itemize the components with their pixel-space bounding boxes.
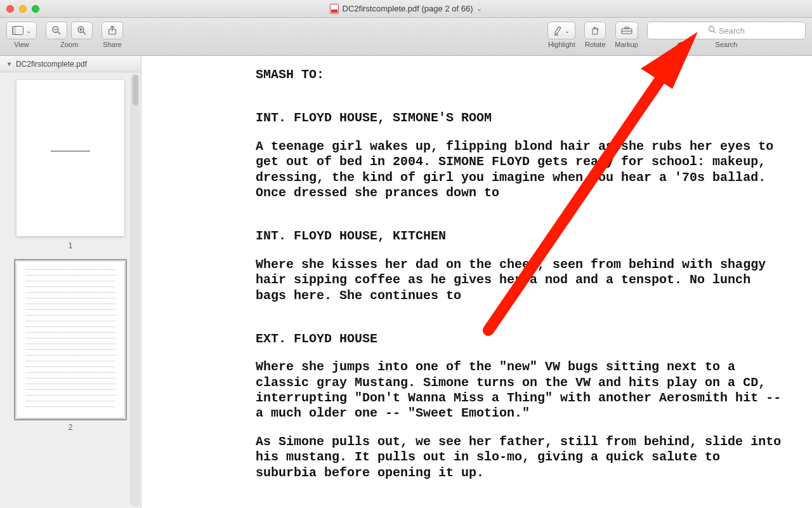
svg-point-17 [709,27,714,32]
share-group: Share [102,22,123,48]
markup-button[interactable] [615,22,638,39]
scene-heading: INT. FLOYD HOUSE, KITCHEN [256,229,787,244]
markup-label: Markup [615,41,638,48]
chevron-down-icon: ⌄ [26,27,31,34]
svg-rect-1 [13,27,16,35]
scene-action: A teenage girl wakes up, flipping blond … [256,139,787,201]
chevron-down-icon: ⌄ [565,27,570,34]
zoom-group: Zoom [46,22,93,48]
content-area: ▼ DC2firstcomplete.pdf 1 2 SMASH TO: INT… [0,56,812,508]
scene-action: As Simone pulls out, we see her father, … [256,434,787,481]
zoom-out-button[interactable] [46,22,67,39]
sidebar-filename-row[interactable]: ▼ DC2firstcomplete.pdf [0,56,141,72]
thumbnail-sidebar: ▼ DC2firstcomplete.pdf 1 2 [0,56,141,508]
window-titlebar: DC2firstcomplete.pdf (page 2 of 66) ⌄ [0,0,812,18]
toolbar: ⌄ View Zoom [0,18,812,56]
share-icon [108,25,117,36]
thumbnail-page-number: 2 [9,423,132,432]
scene-heading: EXT. FLOYD HOUSE [256,331,787,347]
pdf-file-icon [330,4,339,14]
zoom-in-icon [77,25,87,36]
search-label: Search [716,41,738,48]
scene-action: Where she kisses her dad on the cheek, s… [256,257,787,304]
svg-line-18 [713,31,716,34]
zoom-in-button[interactable] [71,22,93,39]
chevron-down-icon: ⌄ [476,4,482,13]
scene-action: Where she jumps into one of the "new" VW… [256,359,787,422]
search-input[interactable]: Search [647,22,806,39]
scrollbar-thumb[interactable] [133,75,138,105]
search-placeholder: Search [719,26,745,36]
transition-cue: SMASH TO: [256,67,787,83]
highlight-button[interactable]: ⌄ [547,22,575,39]
rotate-label: Rotate [585,41,605,48]
zoom-label: Zoom [60,41,78,48]
sidebar-icon [12,26,23,35]
svg-rect-15 [625,27,629,29]
document-page: SMASH TO: INT. FLOYD HOUSE, SIMONE'S ROO… [141,56,812,508]
rotate-button[interactable] [584,22,606,39]
rotate-icon [590,25,600,36]
svg-line-3 [58,32,60,34]
highlighter-icon [553,25,562,36]
svg-line-6 [83,32,86,34]
toolbox-icon [621,26,632,35]
page-thumbnail[interactable] [16,262,124,418]
disclosure-triangle-icon: ▼ [6,61,12,67]
window-title-text: DC2firstcomplete.pdf (page 2 of 66) [343,4,473,13]
search-icon [708,25,716,36]
svg-rect-13 [593,29,598,34]
thumbnail-list[interactable]: 1 2 [0,72,141,508]
share-label: Share [103,41,121,48]
window-title[interactable]: DC2firstcomplete.pdf (page 2 of 66) ⌄ [0,4,812,14]
svg-marker-11 [555,27,561,34]
share-button[interactable] [102,22,123,39]
sidebar-filename: DC2firstcomplete.pdf [16,60,87,69]
markup-group: Markup [615,22,638,48]
sidebar-scrollbar[interactable] [131,74,140,507]
view-group: ⌄ View [6,22,37,48]
view-label: View [14,41,29,48]
zoom-out-icon [51,25,62,36]
search-group: Search Search [647,22,806,48]
rotate-group: Rotate [584,22,606,48]
document-viewport[interactable]: SMASH TO: INT. FLOYD HOUSE, SIMONE'S ROO… [141,56,812,508]
highlight-label: Highlight [548,41,575,48]
page-thumbnail[interactable] [16,80,124,236]
highlight-group: ⌄ Highlight [547,22,575,48]
scene-heading: INT. FLOYD HOUSE, SIMONE'S ROOM [256,110,787,126]
thumbnail-page-number: 1 [9,241,132,250]
view-sidebar-button[interactable]: ⌄ [6,22,37,39]
